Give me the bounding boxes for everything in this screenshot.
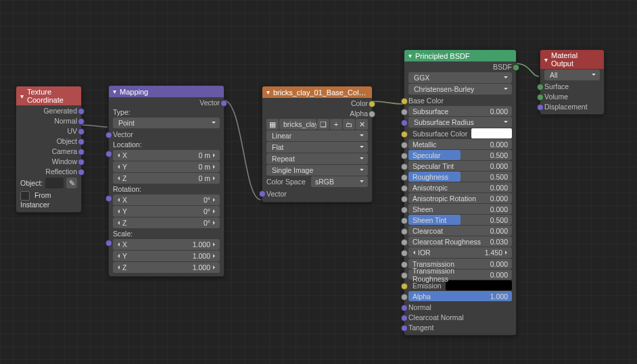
target-select[interactable]: All <box>544 70 600 80</box>
input-normal[interactable]: Normal <box>408 303 431 311</box>
node-title: Principled BSDF <box>415 52 470 60</box>
node-header[interactable]: ▾ Texture Coordinate <box>16 86 81 105</box>
node-title: Mapping <box>120 88 148 96</box>
image-name-field[interactable]: bricks_clay_01_B... <box>279 119 316 130</box>
scale-label: Scale: <box>113 230 133 238</box>
object-label: Object: <box>20 179 43 187</box>
param-sheen-tint[interactable]: Sheen Tint0.500 <box>408 215 512 225</box>
output-normal[interactable]: Normal <box>54 117 77 125</box>
param-subsurface-color: Subsurface Color <box>412 130 467 138</box>
input-base-color[interactable]: Base Color <box>408 97 444 105</box>
node-mapping[interactable]: ▾ Mapping Vector Type: Point Vector Loca… <box>108 85 225 277</box>
param-subsurface[interactable]: Subsurface0.000 <box>408 106 512 116</box>
param-anisotropic[interactable]: Anisotropic0.000 <box>408 182 512 192</box>
node-header[interactable]: ▾ Principled BSDF <box>404 50 516 61</box>
subsurf-method-select[interactable]: Christensen-Burley <box>408 84 512 95</box>
param-subsurface-radius[interactable]: Subsurface Radius <box>408 117 512 128</box>
location-label: Location: <box>113 140 142 149</box>
frames-select[interactable]: Single Image <box>266 165 368 176</box>
rotation-z[interactable]: Z0° <box>113 217 220 228</box>
node-image-texture[interactable]: ▾ bricks_clay_01_Base_Color.jpg Color Al… <box>262 86 373 203</box>
output-alpha[interactable]: Alpha <box>350 109 368 118</box>
output-uv[interactable]: UV <box>67 127 77 135</box>
fake-user-icon[interactable]: ❏ <box>317 119 329 130</box>
eyedropper-icon[interactable]: ✎ <box>66 178 77 188</box>
output-object[interactable]: Object <box>57 137 77 145</box>
node-texture-coordinate[interactable]: ▾ Texture Coordinate Generated Normal UV… <box>16 86 82 213</box>
input-vector[interactable]: Vector <box>266 190 287 198</box>
param-transmission-roughness[interactable]: Transmission Roughness0.000 <box>408 269 512 280</box>
node-header[interactable]: ▾ bricks_clay_01_Base_Color.jpg <box>262 86 372 98</box>
unlink-image-icon[interactable]: ✕ <box>356 119 368 130</box>
param-metallic[interactable]: Metallic0.000 <box>408 139 512 149</box>
location-y[interactable]: Y0 m <box>113 161 220 172</box>
rotation-y[interactable]: Y0° <box>113 206 220 217</box>
collapse-icon[interactable]: ▾ <box>266 88 270 97</box>
node-material-output[interactable]: ▾ Material Output All Surface Volume Dis… <box>540 49 605 115</box>
output-vector[interactable]: Vector <box>199 99 220 107</box>
new-image-icon[interactable]: + <box>330 119 342 130</box>
collapse-icon[interactable]: ▾ <box>408 52 412 60</box>
output-generated[interactable]: Generated <box>43 107 77 115</box>
scale-x[interactable]: X1.000 <box>113 239 220 250</box>
scale-z[interactable]: Z1.000 <box>113 262 220 273</box>
param-anisotropic-rotation[interactable]: Anisotropic Rotation0.000 <box>408 193 512 203</box>
param-roughness[interactable]: Roughness0.500 <box>408 172 512 182</box>
output-color[interactable]: Color <box>351 99 368 107</box>
param-specular[interactable]: Specular0.500 <box>408 150 512 160</box>
node-title: Texture Coordinate <box>27 88 77 104</box>
type-label: Type: <box>113 108 131 116</box>
node-header[interactable]: ▾ Material Output <box>540 50 604 69</box>
location-z[interactable]: Z0 m <box>113 173 220 184</box>
input-vector[interactable]: Vector <box>113 130 133 138</box>
extension-select[interactable]: Repeat <box>266 153 368 164</box>
colorspace-select[interactable]: sRGB <box>311 176 368 187</box>
output-window[interactable]: Window <box>52 157 77 165</box>
param-ior[interactable]: IOR1.450 <box>408 247 512 258</box>
node-title: Material Output <box>551 51 600 68</box>
input-surface[interactable]: Surface <box>544 82 569 90</box>
node-title: bricks_clay_01_Base_Color.jpg <box>273 88 368 97</box>
from-instancer-checkbox[interactable] <box>20 191 30 201</box>
output-bsdf[interactable]: BSDF <box>493 63 512 71</box>
input-displacement[interactable]: Displacement <box>544 103 588 111</box>
location-x[interactable]: X0 m <box>113 150 220 161</box>
object-field[interactable] <box>45 178 64 188</box>
image-browse-icon[interactable]: ▦ <box>266 119 279 130</box>
rotation-label: Rotation: <box>113 185 141 193</box>
input-tangent[interactable]: Tangent <box>408 323 433 332</box>
param-alpha[interactable]: Alpha1.000 <box>408 291 512 301</box>
param-clearcoat[interactable]: Clearcoat0.000 <box>408 226 512 236</box>
output-camera[interactable]: Camera <box>52 147 77 155</box>
node-header[interactable]: ▾ Mapping <box>109 86 224 97</box>
type-select[interactable]: Point <box>113 118 220 128</box>
node-principled-bsdf[interactable]: ▾ Principled BSDF BSDF GGX Christensen-B… <box>404 49 517 336</box>
distribution-select[interactable]: GGX <box>408 72 512 83</box>
input-clearcoat-normal[interactable]: Clearcoat Normal <box>408 313 464 321</box>
rotation-x[interactable]: X0° <box>113 194 220 205</box>
collapse-icon[interactable]: ▾ <box>544 55 548 63</box>
param-clearcoat-roughness[interactable]: Clearcoat Roughness0.030 <box>408 236 512 246</box>
scale-y[interactable]: Y1.000 <box>113 251 220 261</box>
collapse-icon[interactable]: ▾ <box>20 92 24 100</box>
swatch-subsurface-color[interactable] <box>471 128 512 138</box>
collapse-icon[interactable]: ▾ <box>113 88 116 96</box>
open-image-icon[interactable]: 🗀 <box>343 119 355 130</box>
interp-select[interactable]: Linear <box>266 130 368 141</box>
colorspace-label: Color Space <box>266 178 310 186</box>
input-volume[interactable]: Volume <box>544 93 568 101</box>
projection-select[interactable]: Flat <box>266 142 368 153</box>
output-reflection[interactable]: Reflection <box>45 167 77 176</box>
param-specular-tint[interactable]: Specular Tint0.000 <box>408 161 512 171</box>
param-sheen[interactable]: Sheen0.000 <box>408 204 512 214</box>
